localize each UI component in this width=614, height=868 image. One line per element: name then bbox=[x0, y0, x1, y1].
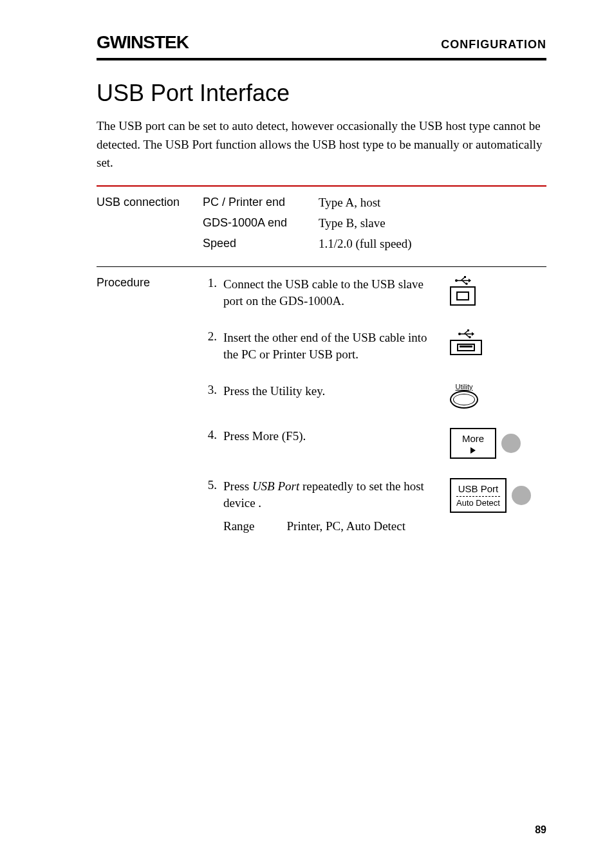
step-number: 2. bbox=[203, 329, 217, 344]
spec-row: GDS-1000A end Type B, slave bbox=[203, 216, 546, 230]
step-text: Insert the other end of the USB cable in… bbox=[223, 329, 443, 364]
step-number: 1. bbox=[203, 276, 217, 290]
more-label: More bbox=[462, 433, 484, 445]
step-text: Press USB Port repeatedly to set the hos… bbox=[223, 478, 443, 512]
divider-red bbox=[97, 185, 546, 187]
usb-port-button-icon: USB Port Auto Detect bbox=[450, 478, 546, 513]
step-number: 5. bbox=[203, 478, 217, 492]
step-number: 3. bbox=[203, 383, 217, 397]
procedure-label: Procedure bbox=[97, 276, 203, 290]
page-header: GWINSTEK CONFIGURATION bbox=[97, 32, 546, 60]
step-text: Press the Utility key. bbox=[223, 383, 443, 400]
divider-thin bbox=[97, 266, 546, 267]
usb-trident-icon bbox=[454, 276, 471, 285]
procedure-step-5: 5. Press USB Port repeatedly to set the … bbox=[203, 478, 546, 513]
step-number: 4. bbox=[203, 428, 217, 442]
procedure-section: Procedure 1. Connect the USB cable to th… bbox=[97, 276, 546, 534]
svg-rect-3 bbox=[464, 276, 466, 278]
usb-trident-icon bbox=[458, 329, 474, 338]
procedure-step-2: 2. Insert the other end of the USB cable… bbox=[203, 329, 546, 364]
procedure-step-1: 1. Connect the USB cable to the USB slav… bbox=[203, 276, 546, 310]
usb-type-a-icon bbox=[450, 329, 546, 355]
procedure-step-4: 4. Press More (F5). More bbox=[203, 428, 546, 459]
spec-val: Type A, host bbox=[319, 196, 380, 210]
brand-logo: GWINSTEK bbox=[97, 32, 189, 53]
page-title: USB Port Interface bbox=[97, 80, 546, 107]
softkey-circle-icon bbox=[512, 486, 531, 505]
usb-connection-label: USB connection bbox=[97, 196, 203, 209]
spec-key: GDS-1000A end bbox=[203, 216, 319, 230]
range-label: Range bbox=[223, 519, 255, 533]
more-button-icon: More bbox=[450, 428, 546, 459]
oval-button-icon bbox=[450, 391, 478, 409]
spec-row: Speed 1.1/2.0 (full speed) bbox=[203, 237, 546, 251]
spec-row: PC / Printer end Type A, host bbox=[203, 196, 546, 210]
usb-type-b-icon bbox=[450, 276, 546, 306]
svg-marker-6 bbox=[469, 279, 471, 282]
svg-rect-10 bbox=[467, 329, 469, 331]
step-text: Connect the USB cable to the USB slave p… bbox=[223, 276, 443, 310]
utility-button-icon: Utility bbox=[450, 383, 546, 409]
spec-key: PC / Printer end bbox=[203, 196, 319, 210]
svg-marker-13 bbox=[472, 332, 474, 336]
utility-label: Utility bbox=[456, 383, 473, 391]
usb-port-label: USB Port bbox=[458, 483, 499, 495]
spec-key: Speed bbox=[203, 237, 319, 251]
page-number: 89 bbox=[535, 824, 546, 836]
intro-paragraph: The USB port can be set to auto detect, … bbox=[97, 117, 546, 172]
svg-point-12 bbox=[469, 336, 471, 338]
softkey-circle-icon bbox=[501, 434, 521, 453]
chevron-right-icon bbox=[470, 447, 476, 454]
spec-val: 1.1/2.0 (full speed) bbox=[319, 237, 412, 251]
step-text: Press More (F5). bbox=[223, 428, 443, 445]
svg-point-5 bbox=[465, 282, 468, 285]
section-label: CONFIGURATION bbox=[441, 38, 546, 51]
range-row: Range Printer, PC, Auto Detect bbox=[223, 519, 546, 533]
range-value: Printer, PC, Auto Detect bbox=[287, 519, 405, 533]
usb-connection-section: USB connection PC / Printer end Type A, … bbox=[97, 196, 546, 257]
procedure-step-3: 3. Press the Utility key. Utility bbox=[203, 383, 546, 409]
spec-val: Type B, slave bbox=[319, 216, 386, 230]
auto-detect-label: Auto Detect bbox=[456, 498, 500, 508]
